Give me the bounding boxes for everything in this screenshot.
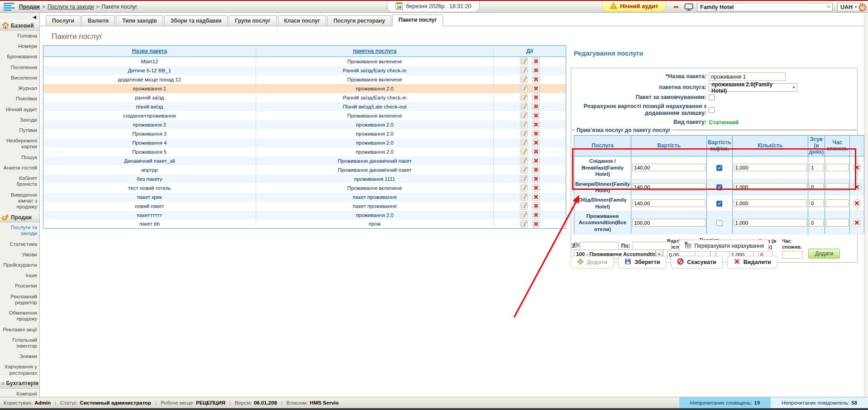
delete-button[interactable] [532, 103, 540, 110]
delete-button[interactable] [532, 166, 540, 174]
fixed-cost-checkbox[interactable] [716, 220, 722, 226]
delete-button[interactable] [532, 57, 540, 65]
delete-button[interactable] [532, 220, 540, 228]
edit-button[interactable] [520, 112, 528, 119]
tab[interactable]: Збори та надбавки [164, 15, 228, 26]
cost-input[interactable] [632, 164, 706, 171]
sidebar-item[interactable]: Кабінет броніста [0, 173, 39, 189]
delete-button[interactable] [532, 130, 540, 137]
column-header-package-name[interactable]: Назва пакета [43, 46, 256, 57]
tab[interactable]: Групи послуг [229, 15, 277, 26]
qty-input[interactable] [734, 199, 807, 207]
remove-service-button[interactable] [853, 183, 861, 191]
delete-button[interactable] [532, 66, 540, 74]
calc-remainder-checkbox[interactable] [709, 107, 715, 113]
edit-button[interactable] [520, 175, 528, 183]
default-package-checkbox[interactable] [709, 94, 715, 100]
edit-button[interactable] [520, 220, 528, 228]
table-row[interactable]: пакет крякпакет проживання [43, 193, 566, 202]
edit-button[interactable] [520, 85, 528, 92]
add-package-button[interactable]: Додати [571, 256, 614, 269]
sidebar-item[interactable]: Інше [0, 270, 39, 281]
add-time-input[interactable] [782, 251, 803, 259]
sidebar-item[interactable]: Готельний інвентар [0, 335, 39, 351]
delete-button[interactable] [532, 139, 540, 146]
sidebar-item[interactable]: Харчування у ресторанах [0, 362, 39, 378]
remove-service-button[interactable] [853, 219, 861, 226]
edit-button[interactable] [520, 139, 528, 146]
table-row[interactable]: сніданок+проживанняПроживання включене [43, 111, 566, 120]
table-row[interactable]: проживання 1проживання 2.0 [43, 84, 566, 93]
table-row[interactable]: пакеттттттпроживання 2.0 [43, 211, 566, 220]
cancel-button[interactable]: Скасувати [671, 256, 722, 269]
delete-button[interactable] [532, 121, 540, 128]
table-row[interactable]: пізній виїздПізній виїзд/Late check-out [43, 102, 566, 111]
messages-badge[interactable]: Непрочитаних повідомлень:58 [771, 397, 868, 408]
edit-button[interactable] [520, 75, 528, 83]
delete-button[interactable] [532, 148, 540, 156]
qty-input[interactable] [734, 183, 807, 191]
edit-button[interactable] [520, 211, 528, 219]
edit-button[interactable] [520, 57, 528, 65]
shift-input[interactable] [809, 164, 824, 171]
recalculate-button[interactable]: Перерахувати нарахування [679, 240, 769, 252]
qty-input[interactable] [734, 219, 807, 226]
sidebar-item[interactable]: Розсилки [0, 281, 39, 291]
package-name-input[interactable] [709, 72, 786, 81]
sidebar-item[interactable]: Незбережені картки [0, 136, 39, 152]
tab[interactable]: Типи заходів [116, 15, 163, 26]
sidebar-item[interactable]: Номери [0, 41, 39, 52]
fixed-cost-checkbox[interactable] [716, 201, 722, 207]
table-row[interactable]: Main12Проживання включене [43, 57, 566, 66]
shift-input[interactable] [809, 183, 824, 191]
edit-button[interactable] [520, 193, 528, 201]
sidebar-section-header[interactable]: Продаж [0, 212, 39, 222]
table-row[interactable]: Проживання 3проживання 2.0 [43, 129, 566, 138]
time-input[interactable] [826, 164, 849, 171]
shift-input[interactable] [809, 219, 824, 226]
save-button[interactable]: Зберегти [618, 256, 666, 269]
night-audit-button[interactable]: ! Нічний аудит [602, 1, 666, 12]
table-row[interactable]: ипртррПроживання динамічний пакет [43, 165, 566, 174]
sidebar-item[interactable]: Покоївки [0, 94, 39, 104]
table-row[interactable]: проживання 2проживання 2.0 [43, 120, 566, 129]
remove-service-button[interactable] [853, 199, 861, 207]
sidebar-item[interactable]: Прейскуранти [0, 260, 39, 270]
delete-button[interactable] [532, 193, 540, 201]
edit-button[interactable] [520, 166, 528, 174]
delete-button[interactable] [532, 75, 540, 83]
sidebar-item[interactable]: Знижки [0, 351, 39, 362]
sidebar-item[interactable]: Компанії [0, 389, 39, 397]
delete-button[interactable] [532, 211, 540, 219]
cost-input[interactable] [632, 219, 706, 226]
delete-button[interactable] [532, 184, 540, 192]
delete-button[interactable] [532, 85, 540, 92]
remove-service-button[interactable] [853, 164, 861, 171]
tab[interactable]: Послуги ресторану [327, 15, 391, 26]
time-input[interactable] [826, 199, 849, 207]
column-header-package-service[interactable]: пакетна послуга [256, 46, 494, 57]
table-row[interactable]: без пакетупроживання 1111 [43, 174, 566, 184]
add-service-button[interactable]: Додати [808, 249, 840, 259]
sidebar-section-header[interactable]: Базовий [0, 20, 39, 31]
sidebar-collapse-icon[interactable]: ◀ [0, 13, 39, 20]
sidebar-item[interactable]: Рекламні акції [0, 325, 39, 335]
table-row[interactable]: ранній заїздРанній заїзд/Early check-in [43, 93, 566, 102]
qty-input[interactable] [734, 164, 807, 171]
sidebar-item[interactable]: Рекламний редактор [0, 292, 39, 308]
time-input[interactable] [826, 219, 849, 226]
sidebar-item[interactable]: Путівки [0, 125, 39, 136]
table-row[interactable]: новий пакетпакет проживання [43, 202, 566, 211]
table-row[interactable]: Проживання 5проживання 2.0 [43, 147, 566, 156]
menu-icon[interactable] [4, 3, 16, 11]
sidebar-section-header[interactable]: Бухгалтерія [0, 378, 39, 389]
power-button[interactable] [858, 3, 867, 13]
sidebar-item[interactable]: Виведення кімнат з продажу [0, 190, 39, 212]
sidebar-item[interactable]: Поселення [0, 62, 39, 73]
sidebar-item[interactable]: Головна [0, 31, 39, 41]
edit-button[interactable] [520, 148, 528, 156]
edit-button[interactable] [520, 202, 528, 210]
range-to-input[interactable] [633, 242, 672, 250]
delete-button[interactable] [532, 175, 540, 183]
delete-button[interactable] [532, 157, 540, 165]
